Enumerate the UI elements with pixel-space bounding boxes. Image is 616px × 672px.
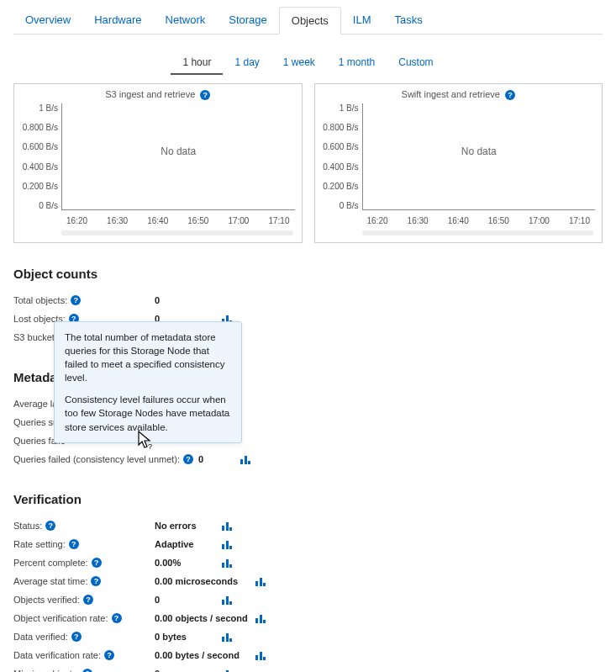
chart-title-s3: S3 ingest and retrieve	[105, 89, 195, 99]
tab-tasks[interactable]: Tasks	[383, 7, 434, 34]
row-status: Status:?No errors	[13, 516, 603, 535]
chart-icon[interactable]	[255, 576, 266, 586]
help-icon[interactable]: ?	[83, 595, 93, 605]
chart-icon[interactable]	[255, 613, 266, 623]
row-queries-fail-consistency: Queries failed (consistency level unmet)…	[13, 450, 603, 468]
tab-overview[interactable]: Overview	[13, 7, 82, 34]
chart-icon[interactable]	[222, 595, 232, 605]
y-axis: 1 B/s 0.800 B/s 0.600 B/s 0.400 B/s 0.20…	[21, 103, 61, 210]
row-data-verif-rate: Data verification rate:?0.00 bytes / sec…	[13, 646, 603, 664]
x-axis: 16:20 16:30 16:40 16:50 17:00 17:10	[362, 216, 596, 225]
row-missing-objects: Missing objects:?0	[13, 664, 603, 672]
row-obj-verif-rate: Object verification rate:?0.00 objects /…	[13, 609, 603, 627]
chart-icon[interactable]	[255, 650, 266, 660]
chart-swift-ingest: Swift ingest and retrieve? 1 B/s 0.800 B…	[314, 83, 603, 243]
plot-area[interactable]: No data	[362, 103, 596, 210]
time-tab-1day[interactable]: 1 day	[223, 51, 271, 75]
chart-icon[interactable]	[222, 632, 232, 642]
section-verification-title: Verification	[13, 492, 603, 506]
help-tooltip: The total number of metadata store queri…	[54, 321, 242, 443]
chart-icon[interactable]	[222, 521, 232, 531]
chart-title-swift: Swift ingest and retrieve	[402, 89, 500, 99]
help-icon[interactable]: ?	[104, 650, 114, 660]
charts-row: S3 ingest and retrieve? 1 B/s 0.800 B/s …	[13, 83, 603, 243]
tab-ilm[interactable]: ILM	[341, 7, 383, 34]
chart-s3-ingest: S3 ingest and retrieve? 1 B/s 0.800 B/s …	[13, 83, 303, 243]
row-total-objects: Total objects:? 0	[13, 291, 603, 310]
x-axis: 16:20 16:30 16:40 16:50 17:00 17:10	[61, 216, 295, 225]
chart-icon[interactable]	[222, 539, 232, 549]
help-icon[interactable]: ?	[112, 613, 122, 623]
chart-icon[interactable]	[222, 558, 232, 568]
tab-storage[interactable]: Storage	[217, 7, 279, 34]
no-data-label: No data	[461, 146, 497, 157]
y-axis: 1 B/s 0.800 B/s 0.600 B/s 0.400 B/s 0.20…	[322, 103, 362, 210]
help-icon[interactable]: ?	[82, 669, 92, 672]
main-tabs: Overview Hardware Network Storage Object…	[13, 7, 603, 34]
time-tab-1month[interactable]: 1 month	[327, 51, 387, 75]
time-tab-1week[interactable]: 1 week	[271, 51, 327, 75]
plot-area[interactable]: No data	[61, 103, 295, 210]
tab-hardware[interactable]: Hardware	[82, 7, 153, 34]
chart-scrollbar[interactable]	[362, 230, 594, 235]
help-icon[interactable]: ?	[91, 576, 101, 586]
section-object-counts-title: Object counts	[13, 267, 603, 281]
time-tab-custom[interactable]: Custom	[387, 51, 445, 75]
help-icon[interactable]: ?	[92, 558, 102, 568]
chart-scrollbar[interactable]	[61, 230, 293, 235]
tab-objects[interactable]: Objects	[279, 7, 341, 34]
help-icon[interactable]: ?	[69, 539, 79, 549]
chart-icon[interactable]	[222, 669, 232, 672]
time-tab-1hour[interactable]: 1 hour	[171, 51, 223, 75]
help-icon[interactable]: ?	[200, 90, 210, 100]
row-percent-complete: Percent complete:?0.00%	[13, 553, 603, 572]
chart-icon[interactable]	[240, 454, 250, 464]
no-data-label: No data	[161, 146, 196, 157]
help-icon[interactable]: ?	[71, 295, 81, 305]
row-avg-stat-time: Average stat time:?0.00 microseconds	[13, 572, 603, 590]
row-data-verified: Data verified:?0 bytes	[13, 627, 603, 646]
help-icon[interactable]: ?	[183, 454, 193, 464]
help-icon[interactable]: ?	[505, 90, 515, 100]
time-range-tabs: 1 hour 1 day 1 week 1 month Custom	[13, 51, 603, 75]
help-icon[interactable]: ?	[71, 632, 82, 642]
tab-network[interactable]: Network	[154, 7, 218, 34]
help-icon[interactable]: ?	[45, 521, 55, 531]
row-objects-verified: Objects verified:?0	[13, 590, 603, 609]
row-rate-setting: Rate setting:?Adaptive	[13, 535, 603, 553]
